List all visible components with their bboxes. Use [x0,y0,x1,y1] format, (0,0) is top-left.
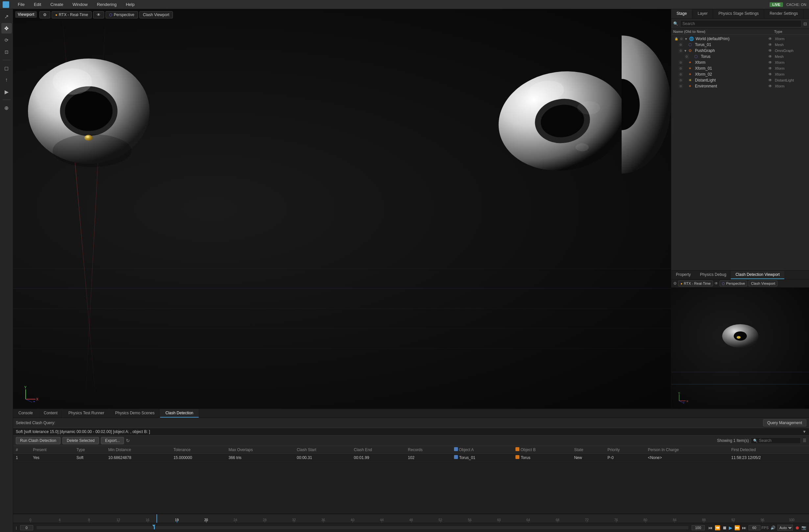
menu-help[interactable]: Help [124,1,137,7]
timeline-playhead[interactable] [156,514,157,523]
fps-input[interactable] [748,525,760,530]
eye-btn[interactable]: 👁 [93,11,104,18]
tree-eye-distantlight[interactable]: 👁 [768,78,775,83]
tree-item-environment[interactable]: ⊙ ✦ Environment 👁 Xform [671,83,809,89]
menu-window[interactable]: Window [70,1,89,7]
tree-item-torus[interactable]: ⊙ ⬡ Torus 👁 Mesh [671,54,809,59]
tree-eye-xform01[interactable]: 👁 [768,66,775,71]
tab-clash-detection-viewport[interactable]: Clash Detection Viewport [731,271,784,279]
tree-arrow-world[interactable]: ▼ [684,37,689,41]
clash-search-input[interactable] [759,438,798,443]
stop-btn[interactable]: ⏹ [722,525,727,530]
tool-play[interactable]: ▶ [1,86,12,97]
col-state[interactable]: State [571,446,604,454]
tab-physics-stage[interactable]: Physics Stage Settings [713,9,764,18]
col-records[interactable]: Records [405,446,451,454]
start-frame-input[interactable] [20,525,33,530]
end-frame-input[interactable] [692,525,705,530]
search-icon: 🔍 [673,21,678,26]
col-max-overlaps[interactable]: Max Overlaps [226,446,294,454]
menu-create[interactable]: Create [48,1,65,7]
tab-clash-detection[interactable]: Clash Detection [160,409,199,417]
run-clash-btn[interactable]: Run Clash Detection [16,437,61,444]
col-first-detected[interactable]: First Detected [728,446,809,454]
col-tolerance[interactable]: Tolerance [171,446,226,454]
tree-eye-pushgraph[interactable]: 👁 [768,48,775,53]
tool-scale[interactable]: ⊡ [1,47,12,57]
tool-move[interactable]: ✥ [1,23,12,34]
viewport-settings-btn[interactable]: ⚙ [39,11,50,18]
tab-physics-debug[interactable]: Physics Debug [695,271,731,279]
tool-select[interactable]: ↗ [1,11,12,22]
col-priority[interactable]: Priority [605,446,645,454]
goto-start-btn[interactable]: ⏮ [708,525,713,530]
query-management-btn[interactable]: Query Management [763,419,806,427]
tree-eye-world[interactable]: 👁 [768,36,775,41]
timeline-scrubber[interactable] [36,526,688,529]
tree-item-xform02[interactable]: ⊙ ✦ Xform_02 👁 Xform [671,71,809,77]
stage-search-input[interactable] [680,20,802,27]
tree-eye-environment[interactable]: 👁 [768,84,775,88]
tree-item-pushgraph[interactable]: ⊙ ▼ ⚙ PushGraph 👁 OmniGraph [671,48,809,54]
menu-file[interactable]: File [16,1,27,7]
perspective-btn[interactable]: ⬡ Perspective [105,11,138,18]
tab-property[interactable]: Property [671,271,695,279]
tree-eye-xform[interactable]: 👁 [768,60,775,65]
tab-layer[interactable]: Layer [692,9,713,18]
menu-edit[interactable]: Edit [32,1,43,7]
col-type[interactable]: Type [74,446,105,454]
clash-viewport-btn[interactable]: Clash Viewport [139,11,173,18]
playback-mode-select[interactable]: Auto [777,525,793,531]
tab-physics-demo[interactable]: Physics Demo Scenes [110,409,160,417]
tree-arrow-pushgraph[interactable]: ▼ [684,49,688,53]
tab-console[interactable]: Console [13,409,38,417]
col-clash-end[interactable]: Clash End [351,446,405,454]
tree-eye-torus01[interactable]: 👁 [768,42,775,47]
tool-extra[interactable]: ⊕ [1,103,12,113]
tab-content[interactable]: Content [38,409,63,417]
table-row[interactable]: 1 Yes Soft 10.68624878 15.000000 366 tri… [13,454,809,462]
query-text: Soft [soft tolerance 15.0] [dynamic 00:0… [16,429,803,434]
tick-72: 72 [572,518,601,523]
rtx-mode-btn[interactable]: ● RTX - Real-Time [52,11,92,18]
clash-query-dropdown[interactable]: Soft [soft tolerance 15.0] [dynamic 00:0… [13,428,809,436]
tool-snap[interactable]: ◻ [1,63,12,73]
menu-rendering[interactable]: Rendering [95,1,119,7]
export-btn[interactable]: Export... [101,437,124,444]
mini-perspective-btn[interactable]: ⬡ Perspective [720,280,747,286]
col-present[interactable]: Present [30,446,74,454]
tab-stage[interactable]: Stage [671,9,692,18]
filter-icon[interactable]: ⊟ [804,21,807,26]
col-obj-a[interactable]: Object A [451,446,513,454]
tool-rotate[interactable]: ⟳ [1,35,12,45]
tree-item-torus01[interactable]: ⊙ ⬡ Torus_01 👁 Mesh [671,42,809,48]
tab-physics-test[interactable]: Physics Test Runner [63,409,110,417]
dropdown-arrow-icon[interactable]: ▼ [803,429,806,434]
tree-eye-xform02[interactable]: 👁 [768,72,775,76]
tree-item-world[interactable]: 🔒 ⊙ ▼ 🌐 World (defaultPrim) 👁 Xform [671,36,809,42]
tree-eye-torus[interactable]: 👁 [768,54,775,59]
mini-rtx-btn[interactable]: ● RTX - Real-Time [678,280,713,286]
record-icon[interactable]: ⏺ [795,525,799,530]
tree-item-xform[interactable]: ⊙ ✦ Xform 👁 Xform [671,59,809,65]
col-clash-start[interactable]: Clash Start [294,446,351,454]
col-person[interactable]: Person In Charge [645,446,729,454]
col-num[interactable]: # [13,446,30,454]
tree-item-xform01[interactable]: ⊙ ✦ Xform_01 👁 Xform [671,65,809,71]
step-forward-btn[interactable]: ⏩ [734,525,740,530]
tree-item-distantlight[interactable]: ⊙ ☀ DistantLight 👁 DistantLight [671,77,809,83]
delete-selected-btn[interactable]: Delete Selected [63,437,99,444]
mini-clash-btn[interactable]: Clash Viewport [748,280,777,286]
audio-icon[interactable]: 🔊 [771,526,775,530]
col-min-dist[interactable]: Min Distance [105,446,171,454]
goto-end-btn[interactable]: ⏭ [742,525,746,530]
refresh-icon[interactable]: ↻ [126,438,130,443]
tool-gizmo[interactable]: ↑ [1,75,12,85]
col-obj-b[interactable]: Object B [513,446,571,454]
camera-icon[interactable]: 📷 [802,526,806,530]
menu-dots-icon[interactable]: ☰ [803,438,806,443]
step-back-btn[interactable]: ⏪ [715,525,720,530]
play-btn[interactable]: ▶ [729,525,733,530]
tab-render[interactable]: Render Settings [764,9,804,18]
right-panel: Stage Layer Physics Stage Settings Rende… [671,9,809,408]
